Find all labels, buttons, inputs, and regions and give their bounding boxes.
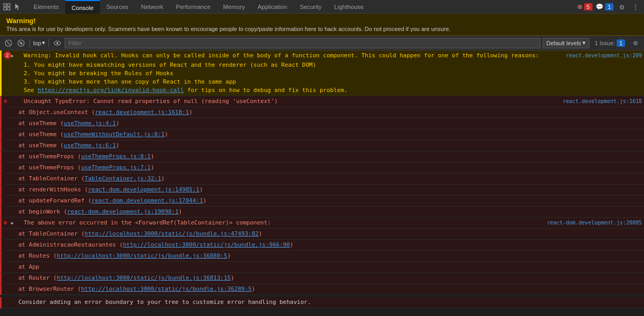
svg-rect-2 <box>7 4 10 6</box>
error1-stack-link-8[interactable]: react-dom.development.js:14985:1 <box>88 186 199 193</box>
levels-label: Default levels <box>546 40 581 46</box>
tab-console[interactable]: Console <box>65 0 100 14</box>
issue-badge[interactable]: 1 Issue: 1 <box>591 39 628 47</box>
tab-network[interactable]: Network <box>135 0 169 14</box>
tab-elements[interactable]: Elements <box>27 0 65 14</box>
toolbar-divider2 <box>48 39 49 47</box>
error2-stack-link-6[interactable]: http://localhost:3000/static/js/bundle.j… <box>81 286 252 292</box>
error1-stack-1: at Object.useContext (react.development.… <box>0 107 644 118</box>
error1-stack-8: at renderWithHooks (react-dom.developmen… <box>0 185 644 196</box>
tab-sources[interactable]: Sources <box>100 0 135 14</box>
warning-detail-2: 2. You might be breaking the Rules of Ho… <box>24 69 642 78</box>
expand-warning[interactable]: ▶ <box>11 52 14 60</box>
error2-stack-link-2[interactable]: http://localhost:3000/static/js/bundle.j… <box>123 241 290 248</box>
console-content: 2 ▶ Warning: Invalid hook call. Hooks ca… <box>0 50 644 309</box>
issue-label: 1 Issue: <box>595 40 615 46</box>
warning-detail-4: See https://reactjs.org/link/invalid-hoo… <box>24 86 642 95</box>
svg-rect-0 <box>4 4 6 6</box>
error-icon-1: ⊗ <box>4 97 7 106</box>
warning-details: 1. You might have mismatching versions o… <box>16 61 642 95</box>
warning-link[interactable]: https://reactjs.org/link/invalid-hook-ca… <box>38 87 184 94</box>
error1-stack-link-7[interactable]: TableContainer.js:32:1 <box>85 175 161 182</box>
filter-input[interactable] <box>65 38 540 48</box>
settings-console-icon[interactable]: ⚙ <box>630 38 641 48</box>
tab-security[interactable]: Security <box>293 0 328 14</box>
tab-bar: Elements Console Sources Network Perform… <box>0 0 644 14</box>
context-selector[interactable]: top ▾ <box>33 39 45 46</box>
tab-performance[interactable]: Performance <box>170 0 217 14</box>
svg-rect-3 <box>7 7 10 10</box>
error2-stack-6: at BrowserRouter (http://localhost:3000/… <box>0 284 644 295</box>
warning-file-link[interactable]: react.development.js:209 <box>566 52 642 60</box>
svg-point-8 <box>20 42 22 44</box>
error1-stack-link-3[interactable]: useThemeWithoutDefault.js:8:1 <box>64 131 165 138</box>
message-badge[interactable]: 💬 1 <box>596 3 614 11</box>
error1-stack-2: at useTheme (useTheme.js:4:1) <box>0 118 644 129</box>
error1-stack-3: at useTheme (useThemeWithoutDefault.js:8… <box>0 129 644 140</box>
error1-stack-link-10[interactable]: react-dom.development.js:19098:1 <box>67 208 179 215</box>
message-count: 1 <box>605 3 614 11</box>
error-count: 5 <box>584 3 592 11</box>
warning-detail-3: 3. You might have more than one copy of … <box>24 78 642 86</box>
levels-dropdown[interactable]: Default levels ▾ <box>543 38 589 48</box>
error2-file-link[interactable]: react-dom.development.js:20085 <box>547 219 642 227</box>
settings-icon[interactable]: ⚙ <box>617 2 627 12</box>
error1-stack-link-4[interactable]: useTheme.js:6:1 <box>64 142 116 149</box>
error1-stack-10: at beginWork (react-dom.development.js:1… <box>0 207 644 218</box>
error2-stack-2: at AdministracaoRestaurantes (http://loc… <box>0 240 644 251</box>
log-entry-error2: ⊗ ▶ The above error occurred in the <For… <box>0 218 644 229</box>
error1-stack-6: at useThemeProps (useThemeProps.js:7:1) <box>0 162 644 174</box>
context-label: top <box>33 40 41 46</box>
filter-icon[interactable] <box>16 38 26 48</box>
context-arrow: ▾ <box>42 39 45 46</box>
error1-stack-link-6[interactable]: useThemeProps.js:7:1 <box>81 164 150 171</box>
issue-count: 1 <box>617 39 625 47</box>
warning-message: Warning: Invalid hook call. Hooks can on… <box>16 52 539 59</box>
error-badge[interactable]: ⊗ 5 <box>577 3 592 11</box>
error2-stack-5: at Router (http://localhost:3000/static/… <box>0 273 644 284</box>
svg-rect-1 <box>4 7 6 10</box>
tab-application[interactable]: Application <box>251 0 293 14</box>
warning-title: Warning! <box>6 17 638 25</box>
log-entry-error1: ⊗ Uncaught TypeError: Cannot read proper… <box>0 96 644 107</box>
error2-stack-3: at Routes (http://localhost:3000/static/… <box>0 251 644 262</box>
error1-stack-4: at useTheme (useTheme.js:6:1) <box>0 140 644 151</box>
warning-banner: Warning! This area is for use by develop… <box>0 14 644 36</box>
error1-stack-7: at TableContainer (TableContainer.js:32:… <box>0 174 644 185</box>
tab-bar-icons <box>2 2 23 12</box>
toolbar-divider <box>29 39 30 47</box>
error1-message: Uncaught TypeError: Cannot read properti… <box>16 98 278 105</box>
clear-icon[interactable] <box>3 38 14 48</box>
cursor-icon[interactable] <box>13 2 22 12</box>
error1-stack-9: at updateForwardRef (react-dom.developme… <box>0 196 644 207</box>
error2-stack-link-3[interactable]: http://localhost:3000/static/js/bundle.j… <box>57 252 228 259</box>
error2-message: The above error occurred in the <Forward… <box>16 219 271 226</box>
tab-memory[interactable]: Memory <box>217 0 251 14</box>
error2-stack-link-1[interactable]: http://localhost:3000/static/js/bundle.j… <box>85 230 259 237</box>
svg-line-5 <box>7 42 10 45</box>
error2-extra-2: Visit https://reactjs.org/link/error-bou… <box>0 308 644 309</box>
error2-extra-1: Consider adding an error boundary to you… <box>0 297 644 308</box>
error2-stack-4: at App <box>0 262 644 273</box>
more-icon[interactable]: ⋮ <box>630 2 641 12</box>
tab-bar-right: ⊗ 5 💬 1 ⚙ ⋮ <box>577 2 644 12</box>
error1-file-link[interactable]: react.development.js:1618 <box>563 97 642 106</box>
inspect-icon[interactable] <box>2 2 12 12</box>
warning-text: This area is for use by developers only.… <box>6 26 638 32</box>
eye-icon[interactable] <box>52 38 63 48</box>
error2-stack-link-5[interactable]: http://localhost:3000/static/js/bundle.j… <box>57 274 231 281</box>
error1-stack-link-9[interactable]: react-dom.development.js:17044:1 <box>91 197 203 204</box>
console-toolbar: top ▾ Default levels ▾ 1 Issue: 1 ⚙ <box>0 36 644 50</box>
expand-error2[interactable]: ▶ <box>11 219 14 227</box>
error1-stack-link-2[interactable]: useTheme.js:4:1 <box>64 120 116 127</box>
error1-stack-link-5[interactable]: useThemeProps.js:8:1 <box>81 153 150 160</box>
svg-point-10 <box>56 42 58 44</box>
tab-lighthouse[interactable]: Lighthouse <box>328 0 370 14</box>
levels-arrow: ▾ <box>582 39 586 46</box>
warning-count: 2 <box>4 52 11 59</box>
error1-stack-link-1[interactable]: react.development.js:1618:1 <box>95 109 189 116</box>
error1-stack-5: at useThemeProps (useThemeProps.js:8:1) <box>0 151 644 162</box>
warning-detail-1: 1. You might have mismatching versions o… <box>24 61 642 69</box>
error-icon-2: ⊗ <box>4 219 7 227</box>
error2-stack-1: at TableContainer (http://localhost:3000… <box>0 229 644 240</box>
